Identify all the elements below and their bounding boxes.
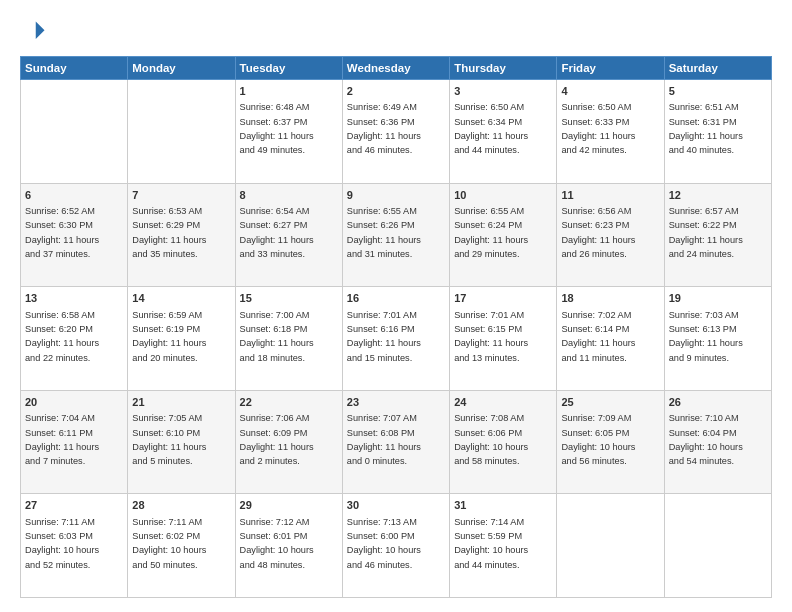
day-info: Sunrise: 6:59 AM Sunset: 6:19 PM Dayligh… [132,310,206,363]
day-cell [21,80,128,184]
day-cell [557,494,664,598]
header-cell-saturday: Saturday [664,57,771,80]
day-cell: 13Sunrise: 6:58 AM Sunset: 6:20 PM Dayli… [21,287,128,391]
day-info: Sunrise: 6:51 AM Sunset: 6:31 PM Dayligh… [669,102,743,155]
calendar-body: 1Sunrise: 6:48 AM Sunset: 6:37 PM Daylig… [21,80,772,598]
week-row-1: 1Sunrise: 6:48 AM Sunset: 6:37 PM Daylig… [21,80,772,184]
day-number: 22 [240,395,338,410]
calendar-table: SundayMondayTuesdayWednesdayThursdayFrid… [20,56,772,598]
day-cell: 27Sunrise: 7:11 AM Sunset: 6:03 PM Dayli… [21,494,128,598]
day-cell: 7Sunrise: 6:53 AM Sunset: 6:29 PM Daylig… [128,183,235,287]
day-info: Sunrise: 7:05 AM Sunset: 6:10 PM Dayligh… [132,413,206,466]
day-info: Sunrise: 7:09 AM Sunset: 6:05 PM Dayligh… [561,413,635,466]
day-cell: 14Sunrise: 6:59 AM Sunset: 6:19 PM Dayli… [128,287,235,391]
day-number: 10 [454,188,552,203]
day-info: Sunrise: 6:58 AM Sunset: 6:20 PM Dayligh… [25,310,99,363]
day-info: Sunrise: 6:50 AM Sunset: 6:33 PM Dayligh… [561,102,635,155]
day-number: 3 [454,84,552,99]
day-number: 26 [669,395,767,410]
header-cell-thursday: Thursday [450,57,557,80]
day-cell: 12Sunrise: 6:57 AM Sunset: 6:22 PM Dayli… [664,183,771,287]
day-cell: 9Sunrise: 6:55 AM Sunset: 6:26 PM Daylig… [342,183,449,287]
calendar-header-row: SundayMondayTuesdayWednesdayThursdayFrid… [21,57,772,80]
week-row-4: 20Sunrise: 7:04 AM Sunset: 6:11 PM Dayli… [21,390,772,494]
day-info: Sunrise: 6:50 AM Sunset: 6:34 PM Dayligh… [454,102,528,155]
day-number: 15 [240,291,338,306]
day-info: Sunrise: 7:14 AM Sunset: 5:59 PM Dayligh… [454,517,528,570]
day-number: 9 [347,188,445,203]
day-info: Sunrise: 6:48 AM Sunset: 6:37 PM Dayligh… [240,102,314,155]
day-cell: 3Sunrise: 6:50 AM Sunset: 6:34 PM Daylig… [450,80,557,184]
day-cell: 10Sunrise: 6:55 AM Sunset: 6:24 PM Dayli… [450,183,557,287]
day-info: Sunrise: 7:08 AM Sunset: 6:06 PM Dayligh… [454,413,528,466]
day-info: Sunrise: 7:01 AM Sunset: 6:15 PM Dayligh… [454,310,528,363]
day-cell: 18Sunrise: 7:02 AM Sunset: 6:14 PM Dayli… [557,287,664,391]
day-info: Sunrise: 6:49 AM Sunset: 6:36 PM Dayligh… [347,102,421,155]
day-number: 8 [240,188,338,203]
day-number: 11 [561,188,659,203]
day-cell [664,494,771,598]
day-info: Sunrise: 6:55 AM Sunset: 6:26 PM Dayligh… [347,206,421,259]
day-number: 12 [669,188,767,203]
day-cell: 4Sunrise: 6:50 AM Sunset: 6:33 PM Daylig… [557,80,664,184]
day-info: Sunrise: 7:07 AM Sunset: 6:08 PM Dayligh… [347,413,421,466]
header-cell-tuesday: Tuesday [235,57,342,80]
day-cell: 30Sunrise: 7:13 AM Sunset: 6:00 PM Dayli… [342,494,449,598]
day-cell: 6Sunrise: 6:52 AM Sunset: 6:30 PM Daylig… [21,183,128,287]
day-info: Sunrise: 6:55 AM Sunset: 6:24 PM Dayligh… [454,206,528,259]
day-number: 23 [347,395,445,410]
day-number: 29 [240,498,338,513]
day-cell: 28Sunrise: 7:11 AM Sunset: 6:02 PM Dayli… [128,494,235,598]
day-number: 19 [669,291,767,306]
day-number: 5 [669,84,767,99]
header-cell-friday: Friday [557,57,664,80]
day-number: 6 [25,188,123,203]
day-number: 7 [132,188,230,203]
day-info: Sunrise: 6:56 AM Sunset: 6:23 PM Dayligh… [561,206,635,259]
day-cell: 15Sunrise: 7:00 AM Sunset: 6:18 PM Dayli… [235,287,342,391]
day-cell: 16Sunrise: 7:01 AM Sunset: 6:16 PM Dayli… [342,287,449,391]
day-number: 16 [347,291,445,306]
day-cell: 22Sunrise: 7:06 AM Sunset: 6:09 PM Dayli… [235,390,342,494]
day-info: Sunrise: 7:02 AM Sunset: 6:14 PM Dayligh… [561,310,635,363]
logo-icon [20,18,48,46]
day-cell: 26Sunrise: 7:10 AM Sunset: 6:04 PM Dayli… [664,390,771,494]
day-number: 17 [454,291,552,306]
day-info: Sunrise: 7:11 AM Sunset: 6:02 PM Dayligh… [132,517,206,570]
week-row-3: 13Sunrise: 6:58 AM Sunset: 6:20 PM Dayli… [21,287,772,391]
day-number: 14 [132,291,230,306]
day-info: Sunrise: 7:00 AM Sunset: 6:18 PM Dayligh… [240,310,314,363]
week-row-5: 27Sunrise: 7:11 AM Sunset: 6:03 PM Dayli… [21,494,772,598]
day-cell: 8Sunrise: 6:54 AM Sunset: 6:27 PM Daylig… [235,183,342,287]
day-number: 18 [561,291,659,306]
header-cell-sunday: Sunday [21,57,128,80]
day-number: 2 [347,84,445,99]
day-cell: 1Sunrise: 6:48 AM Sunset: 6:37 PM Daylig… [235,80,342,184]
header-cell-wednesday: Wednesday [342,57,449,80]
day-cell: 21Sunrise: 7:05 AM Sunset: 6:10 PM Dayli… [128,390,235,494]
header-cell-monday: Monday [128,57,235,80]
day-info: Sunrise: 6:53 AM Sunset: 6:29 PM Dayligh… [132,206,206,259]
day-number: 20 [25,395,123,410]
day-info: Sunrise: 7:11 AM Sunset: 6:03 PM Dayligh… [25,517,99,570]
day-cell: 20Sunrise: 7:04 AM Sunset: 6:11 PM Dayli… [21,390,128,494]
day-cell: 17Sunrise: 7:01 AM Sunset: 6:15 PM Dayli… [450,287,557,391]
day-number: 28 [132,498,230,513]
day-info: Sunrise: 7:06 AM Sunset: 6:09 PM Dayligh… [240,413,314,466]
day-number: 30 [347,498,445,513]
day-cell: 24Sunrise: 7:08 AM Sunset: 6:06 PM Dayli… [450,390,557,494]
day-number: 25 [561,395,659,410]
day-info: Sunrise: 6:52 AM Sunset: 6:30 PM Dayligh… [25,206,99,259]
day-info: Sunrise: 6:57 AM Sunset: 6:22 PM Dayligh… [669,206,743,259]
day-number: 4 [561,84,659,99]
day-cell: 2Sunrise: 6:49 AM Sunset: 6:36 PM Daylig… [342,80,449,184]
day-number: 13 [25,291,123,306]
day-cell: 11Sunrise: 6:56 AM Sunset: 6:23 PM Dayli… [557,183,664,287]
day-cell: 25Sunrise: 7:09 AM Sunset: 6:05 PM Dayli… [557,390,664,494]
day-number: 31 [454,498,552,513]
page: SundayMondayTuesdayWednesdayThursdayFrid… [0,0,792,612]
day-info: Sunrise: 7:01 AM Sunset: 6:16 PM Dayligh… [347,310,421,363]
header [20,18,772,46]
day-cell [128,80,235,184]
day-number: 27 [25,498,123,513]
